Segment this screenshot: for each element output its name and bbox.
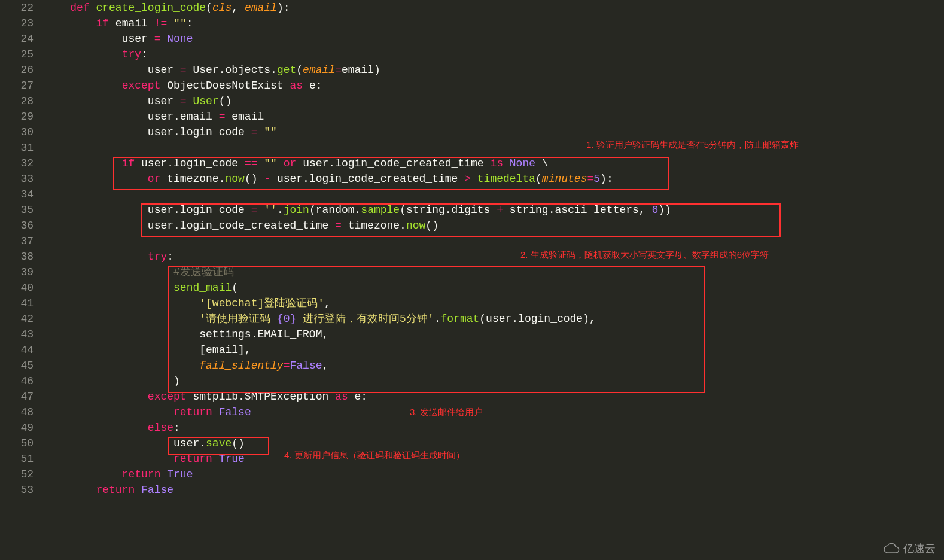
code-line[interactable]: 29 user.email = email bbox=[0, 109, 944, 124]
code-content[interactable]: try: bbox=[44, 47, 944, 62]
line-number: 43 bbox=[0, 327, 44, 342]
code-line[interactable]: 34 bbox=[0, 187, 944, 202]
code-content[interactable]: '[webchat]登陆验证码', bbox=[44, 296, 944, 311]
line-number: 33 bbox=[0, 171, 44, 187]
code-content[interactable]: settings.EMAIL_FROM, bbox=[44, 327, 944, 342]
code-line[interactable]: 25 try: bbox=[0, 47, 944, 62]
code-content[interactable]: or timezone.now() - user.login_code_crea… bbox=[44, 171, 944, 187]
code-content[interactable]: return True bbox=[44, 451, 944, 467]
watermark-text: 亿速云 bbox=[903, 541, 936, 556]
cloud-icon bbox=[883, 543, 900, 554]
code-content[interactable]: send_mail( bbox=[44, 280, 944, 296]
line-number: 27 bbox=[0, 78, 44, 93]
code-content[interactable]: [email], bbox=[44, 342, 944, 358]
code-content[interactable]: '请使用验证码 {0} 进行登陆，有效时间5分钟'.format(user.lo… bbox=[44, 311, 944, 327]
line-number: 36 bbox=[0, 218, 44, 233]
line-number: 23 bbox=[0, 16, 44, 31]
line-number: 38 bbox=[0, 249, 44, 264]
code-line[interactable]: 28 user = User() bbox=[0, 93, 944, 109]
line-number: 41 bbox=[0, 296, 44, 311]
line-number: 44 bbox=[0, 342, 44, 358]
code-content[interactable]: return True bbox=[44, 467, 944, 482]
code-line[interactable]: 37 bbox=[0, 233, 944, 249]
line-number: 52 bbox=[0, 467, 44, 482]
code-content[interactable]: #发送验证码 bbox=[44, 264, 944, 280]
code-content[interactable] bbox=[44, 187, 944, 202]
code-content[interactable]: try: bbox=[44, 249, 944, 264]
code-content[interactable]: def create_login_code(cls, email): bbox=[44, 0, 944, 16]
line-number: 45 bbox=[0, 358, 44, 373]
annot-text-2: 2. 生成验证码，随机获取大小写英文字母、数字组成的6位字符 bbox=[520, 247, 769, 263]
code-line[interactable]: 42 '请使用验证码 {0} 进行登陆，有效时间5分钟'.format(user… bbox=[0, 311, 944, 327]
line-number: 40 bbox=[0, 280, 44, 296]
code-content[interactable]: if email != "": bbox=[44, 16, 944, 31]
code-content[interactable]: user = User.objects.get(email=email) bbox=[44, 62, 944, 78]
code-line[interactable]: 47 except smtplib.SMTPException as e: bbox=[0, 389, 944, 404]
code-line[interactable]: 41 '[webchat]登陆验证码', bbox=[0, 296, 944, 311]
code-line[interactable]: 43 settings.EMAIL_FROM, bbox=[0, 327, 944, 342]
code-content[interactable]: user.email = email bbox=[44, 109, 944, 124]
line-number: 30 bbox=[0, 124, 44, 140]
code-content[interactable] bbox=[44, 140, 944, 156]
code-line[interactable]: 22 def create_login_code(cls, email): bbox=[0, 0, 944, 16]
code-line[interactable]: 52 return True bbox=[0, 467, 944, 482]
code-content[interactable]: return False bbox=[44, 482, 944, 498]
code-content[interactable]: except ObjectDoesNotExist as e: bbox=[44, 78, 944, 93]
code-content[interactable]: user.save() bbox=[44, 436, 944, 451]
code-line[interactable]: 23 if email != "": bbox=[0, 16, 944, 31]
code-content[interactable]: fail_silently=False, bbox=[44, 358, 944, 373]
code-content[interactable]: return False bbox=[44, 404, 944, 420]
line-number: 28 bbox=[0, 93, 44, 109]
code-line[interactable]: 51 return True bbox=[0, 451, 944, 467]
line-number: 49 bbox=[0, 420, 44, 436]
line-number: 39 bbox=[0, 264, 44, 280]
code-line[interactable]: 26 user = User.objects.get(email=email) bbox=[0, 62, 944, 78]
code-editor[interactable]: 22 def create_login_code(cls, email):23 … bbox=[0, 0, 944, 560]
code-line[interactable]: 35 user.login_code = ''.join(random.samp… bbox=[0, 202, 944, 218]
code-content[interactable]: user = User() bbox=[44, 93, 944, 109]
code-line[interactable]: 33 or timezone.now() - user.login_code_c… bbox=[0, 171, 944, 187]
line-number: 42 bbox=[0, 311, 44, 327]
line-number: 34 bbox=[0, 187, 44, 202]
line-number: 47 bbox=[0, 389, 44, 404]
code-content[interactable]: ) bbox=[44, 373, 944, 389]
code-content[interactable]: user.login_code = "" bbox=[44, 124, 944, 140]
code-content[interactable]: if user.login_code == "" or user.login_c… bbox=[44, 156, 944, 171]
code-line[interactable]: 31 bbox=[0, 140, 944, 156]
code-line[interactable]: 39 #发送验证码 bbox=[0, 264, 944, 280]
watermark: 亿速云 bbox=[883, 541, 936, 556]
annot-text-4: 4. 更新用户信息（验证码和验证码生成时间） bbox=[284, 448, 465, 463]
code-content[interactable]: user.login_code_created_time = timezone.… bbox=[44, 218, 944, 233]
code-content[interactable]: user = None bbox=[44, 31, 944, 47]
code-line[interactable]: 27 except ObjectDoesNotExist as e: bbox=[0, 78, 944, 93]
code-line[interactable]: 40 send_mail( bbox=[0, 280, 944, 296]
line-number: 29 bbox=[0, 109, 44, 124]
line-number: 50 bbox=[0, 436, 44, 451]
line-number: 48 bbox=[0, 404, 44, 420]
code-content[interactable]: user.login_code = ''.join(random.sample(… bbox=[44, 202, 944, 218]
line-number: 35 bbox=[0, 202, 44, 218]
code-content[interactable]: except smtplib.SMTPException as e: bbox=[44, 389, 944, 404]
line-number: 31 bbox=[0, 140, 44, 156]
code-line[interactable]: 30 user.login_code = "" bbox=[0, 124, 944, 140]
code-line[interactable]: 45 fail_silently=False, bbox=[0, 358, 944, 373]
code-line[interactable]: 53 return False bbox=[0, 482, 944, 498]
line-number: 22 bbox=[0, 0, 44, 16]
line-number: 32 bbox=[0, 156, 44, 171]
code-line[interactable]: 46 ) bbox=[0, 373, 944, 389]
code-line[interactable]: 50 user.save() bbox=[0, 436, 944, 451]
code-line[interactable]: 44 [email], bbox=[0, 342, 944, 358]
code-line[interactable]: 38 try: bbox=[0, 249, 944, 264]
line-number: 37 bbox=[0, 233, 44, 249]
code-line[interactable]: 49 else: bbox=[0, 420, 944, 436]
line-number: 51 bbox=[0, 451, 44, 467]
code-line[interactable]: 36 user.login_code_created_time = timezo… bbox=[0, 218, 944, 233]
line-number: 26 bbox=[0, 62, 44, 78]
code-line[interactable]: 32 if user.login_code == "" or user.logi… bbox=[0, 156, 944, 171]
code-content[interactable]: else: bbox=[44, 420, 944, 436]
line-number: 53 bbox=[0, 482, 44, 498]
line-number: 25 bbox=[0, 47, 44, 62]
code-line[interactable]: 24 user = None bbox=[0, 31, 944, 47]
code-content[interactable] bbox=[44, 233, 944, 249]
annot-text-3: 3. 发送邮件给用户 bbox=[410, 404, 483, 420]
